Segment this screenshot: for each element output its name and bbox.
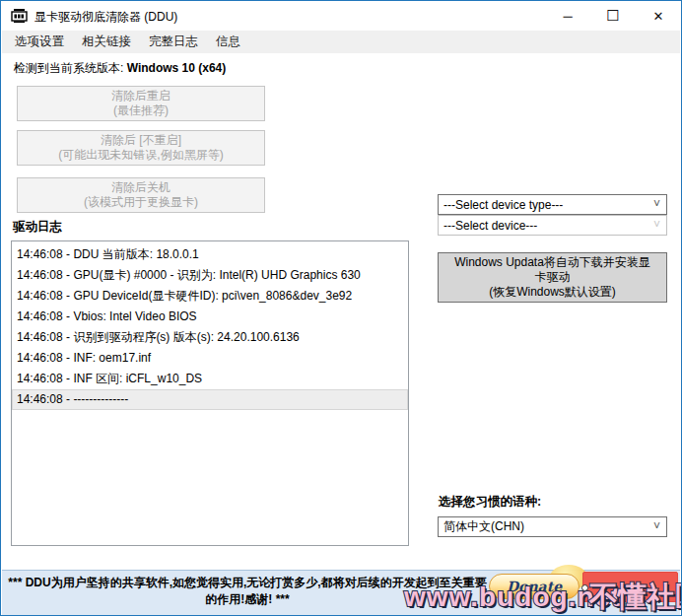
windows-update-notice-line3: (恢复Windows默认设置)	[439, 285, 666, 300]
log-row[interactable]: 14:46:08 - DDU 当前版本: 18.0.0.1	[12, 244, 408, 265]
maximize-icon[interactable]: ☐	[590, 1, 636, 31]
language-label: 选择您习惯的语种:	[439, 494, 541, 511]
menu-full-log[interactable]: 完整日志	[140, 31, 207, 53]
driver-log-label: 驱动日志	[13, 219, 62, 236]
chevron-down-icon: ˅	[653, 218, 660, 232]
log-row[interactable]: 14:46:08 - --------------	[12, 389, 408, 410]
driver-log-list[interactable]: 14:46:08 - DDU 当前版本: 18.0.0.114:46:08 - …	[11, 240, 409, 546]
close-icon[interactable]: ✕	[636, 1, 681, 31]
log-row[interactable]: 14:46:08 - Vbios: Intel Video BIOS	[12, 307, 408, 327]
language-select[interactable]: 简体中文(CHN) ˅	[438, 516, 667, 537]
language-value: 简体中文(CHN)	[443, 518, 524, 535]
system-version-line: 检测到当前系统版本: Windows 10 (x64)	[14, 60, 226, 77]
device-select[interactable]: ---Select device--- ˅	[438, 215, 667, 236]
window-controls: ─ ☐ ✕	[545, 1, 681, 31]
chevron-down-icon: ˅	[653, 197, 660, 211]
title-bar: 显卡驱动彻底清除器 (DDU) ─ ☐ ✕	[1, 1, 681, 31]
device-type-value: ---Select device type---	[443, 198, 563, 212]
menu-links[interactable]: 相关链接	[73, 31, 140, 53]
menu-info[interactable]: 信息	[207, 31, 249, 53]
device-type-select[interactable]: ---Select device type--- ˅	[438, 194, 667, 215]
menu-bar: 选项设置 相关链接 完整日志 信息	[2, 31, 680, 53]
clean-no-restart-button[interactable]: 清除后 [不重启] (可能出现未知错误,例如黑屏等)	[17, 130, 265, 166]
device-value: ---Select device---	[443, 219, 537, 233]
log-row[interactable]: 14:46:08 - INF 区间: iCFL_w10_DS	[12, 369, 408, 389]
watermark-community: 不懂社区	[589, 578, 682, 616]
clean-shutdown-line2: (该模式用于更换显卡)	[18, 195, 264, 210]
log-row[interactable]: 14:46:08 - INF: oem17.inf	[12, 348, 408, 369]
app-icon	[11, 8, 28, 24]
log-row[interactable]: 14:46:08 - GPU DeviceId(显卡硬件ID): pci\ven…	[12, 286, 408, 307]
clean-restart-line1: 清除后重启	[18, 89, 264, 103]
footer-bar: *** DDU为用户坚持的共享软件,如您觉得实用,无论打赏多少,都将对后续的开发…	[2, 570, 680, 615]
clean-restart-line2: (最佳推荐)	[18, 103, 264, 118]
clean-restart-button[interactable]: 清除后重启 (最佳推荐)	[17, 86, 265, 121]
clean-no-restart-line1: 清除后 [不重启]	[18, 133, 264, 148]
chevron-down-icon: ˅	[653, 519, 660, 533]
clean-no-restart-line2: (可能出现未知错误,例如黑屏等)	[18, 148, 264, 163]
minimize-icon[interactable]: ─	[545, 1, 590, 31]
menu-options[interactable]: 选项设置	[6, 31, 73, 53]
windows-update-notice-line2: 卡驱动	[439, 270, 666, 285]
app-window: 显卡驱动彻底清除器 (DDU) ─ ☐ ✕ 选项设置 相关链接 完整日志 信息 …	[0, 0, 682, 616]
windows-update-notice: Windows Updata将自动下载并安装显 卡驱动 (恢复Windows默认…	[438, 252, 667, 303]
clean-shutdown-button[interactable]: 清除后关机 (该模式用于更换显卡)	[17, 177, 265, 213]
system-version-value: Windows 10 (x64)	[127, 61, 227, 75]
system-version-label: 检测到当前系统版本:	[14, 61, 127, 75]
windows-update-notice-line1: Windows Updata将自动下载并安装显	[439, 255, 666, 270]
clean-shutdown-line1: 清除后关机	[18, 180, 264, 195]
window-title: 显卡驱动彻底清除器 (DDU)	[34, 9, 177, 26]
log-row[interactable]: 14:46:08 - GPU(显卡) #0000 - 识别为: Intel(R)…	[12, 265, 408, 286]
log-row[interactable]: 14:46:08 - 识别到驱动程序(s) 版本(s): 24.20.100.6…	[12, 327, 408, 348]
